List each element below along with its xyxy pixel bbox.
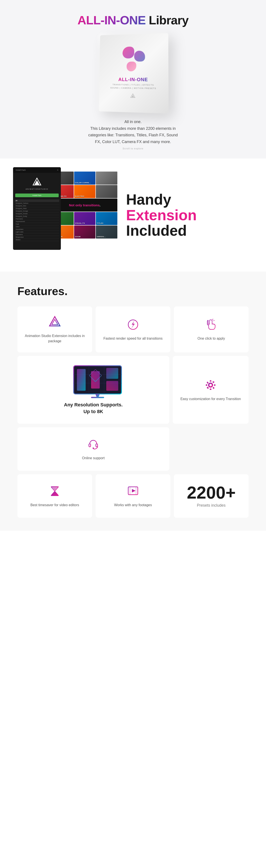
play-icon-wrapper — [126, 484, 140, 498]
product-box-graphic — [120, 46, 146, 72]
svg-rect-18 — [106, 381, 118, 391]
list-item-fade[interactable]: Fade — [15, 223, 59, 225]
one-click-label: One click to apply — [198, 336, 225, 341]
monitor-svg — [71, 365, 124, 398]
support-icon-wrapper — [86, 437, 100, 451]
install-button[interactable]: Install Pack — [15, 193, 59, 197]
sg-electric: ELECTRIC — [74, 185, 96, 198]
svg-marker-24 — [210, 389, 211, 390]
list-item-all[interactable]: All — [15, 199, 59, 202]
extension-preview: Install Pack ≡ ANIMATIONSTUDIO Install P… — [13, 167, 118, 263]
resolution-monitor — [71, 365, 115, 399]
features-row1: Animation Studio Extension includes in p… — [18, 306, 248, 352]
features-row3: Best timesaver for video editors — [18, 474, 248, 518]
list-item-handdrawn[interactable]: Handdrawn — [15, 228, 59, 231]
box-logo-icon — [130, 93, 135, 100]
headset-icon — [87, 438, 100, 451]
list-item-5[interactable]: Designed_Smoke — [15, 212, 59, 215]
list-item-1[interactable]: Designed_Cartoon — [15, 202, 59, 205]
presets-label: Presets includes — [197, 503, 226, 508]
svg-marker-30 — [212, 387, 214, 389]
svg-marker-27 — [207, 381, 209, 384]
list-item-4[interactable]: Designed_Grunge — [15, 210, 59, 212]
ext-logo-area: ANIMATIONSTUDIO — [13, 173, 61, 192]
box-subtitle: TRANSITIONS | TITLES | EFFECTS SOUND | C… — [110, 83, 156, 90]
svg-point-34 — [93, 447, 94, 449]
panel-header: Install Pack ≡ — [13, 167, 61, 173]
speed-icon — [127, 318, 139, 331]
extension-heading: Handy Extension Included — [126, 192, 253, 238]
feature-card-online-support: Online support — [18, 427, 169, 471]
resolution-label: Any Resolution Supports. Up to 8K — [64, 402, 123, 415]
svg-rect-16 — [91, 371, 100, 389]
svg-marker-23 — [210, 380, 211, 381]
timesaver-label: Best timesaver for video editors — [30, 502, 79, 508]
box-inner-title: ALL-IN-ONE — [118, 77, 148, 83]
sg-zoom: ZOOM — [74, 225, 96, 239]
list-item-responsive[interactable]: Responsive — [15, 236, 59, 239]
list-item-panorama[interactable]: Panorama — [15, 233, 59, 236]
hero-title: ALL-IN-ONE Library — [4, 13, 262, 27]
customization-icon-wrapper — [204, 378, 218, 392]
svg-marker-25 — [206, 384, 207, 386]
list-item-2[interactable]: Designed_Slice — [15, 205, 59, 207]
presets-number: 2200+ — [187, 484, 236, 501]
svg-rect-36 — [51, 495, 59, 496]
hourglass-icon — [48, 485, 61, 498]
svg-point-31 — [209, 383, 212, 386]
extension-section: Install Pack ≡ ANIMATIONSTUDIO Install P… — [0, 158, 266, 272]
product-box-container: ALL-IN-ONE TRANSITIONS | TITLES | EFFECT… — [4, 34, 262, 112]
feature-card-footages: Works with any footages — [96, 474, 170, 518]
svg-rect-15 — [77, 369, 86, 391]
list-item-glitch[interactable]: Glitch — [15, 225, 59, 228]
sg-color: COLOR CORRE... — [74, 172, 96, 185]
svg-rect-35 — [51, 487, 59, 487]
cursor-icon-wrapper — [204, 318, 218, 332]
svg-marker-26 — [214, 384, 215, 386]
sg-various: VARIOU... — [96, 225, 118, 239]
triangle-icon — [48, 315, 61, 329]
install-pack-label: Install Pack — [15, 169, 26, 171]
sg-empty1 — [96, 172, 118, 185]
list-item-lightleak[interactable]: Light Leaks — [15, 231, 59, 233]
play-icon — [127, 485, 139, 498]
blob1 — [123, 46, 134, 59]
product-box: ALL-IN-ONE TRANSITIONS | TITLES | EFFECT… — [99, 33, 169, 114]
sg-not-only: Not only transitions. — [52, 198, 118, 212]
extension-list: All Designed_Cartoon Designed_Slice Desi… — [13, 198, 61, 242]
animation-studio-label: Animation Studio Extension includes in p… — [24, 333, 86, 344]
panel-controls: ≡ — [57, 169, 58, 171]
extension-text: Handy Extension Included — [126, 192, 253, 238]
list-item-panoramic[interactable]: Panoramic — [15, 218, 59, 220]
features-row2b: Online support — [18, 427, 248, 471]
svg-marker-40 — [132, 489, 136, 493]
list-item-stretch[interactable]: Stretch — [15, 239, 59, 241]
customization-label: Easy customization for every Transition — [180, 396, 241, 402]
svg-marker-20 — [95, 394, 100, 397]
blob2 — [134, 51, 145, 62]
scroll-hint: Scroll to explore — [4, 147, 262, 150]
svg-marker-28 — [212, 381, 214, 383]
hero-title-plain: Library — [145, 13, 189, 27]
blob3 — [127, 62, 136, 71]
extension-panel: Install Pack ≡ ANIMATIONSTUDIO Install P… — [13, 167, 61, 250]
features-row2: Any Resolution Supports. Up to 8K — [18, 356, 248, 424]
gear-icon — [204, 378, 217, 392]
animation-studio-logo — [32, 177, 42, 187]
hourglass-icon-wrapper — [48, 484, 62, 498]
sg-titles: TITLES — [96, 212, 118, 225]
svg-rect-21 — [91, 397, 104, 398]
hero-title-gradient: ALL-IN-ONE — [77, 13, 146, 27]
online-support-label: Online support — [82, 456, 104, 461]
cursor-icon — [205, 318, 218, 331]
list-item-displacement[interactable]: Displacement — [15, 220, 59, 223]
sg-empty2 — [96, 185, 118, 198]
footages-label: Works with any footages — [114, 502, 152, 508]
screenshot-grid: FLAT COLOR CORRE... LIGHTNING FX ELECTRI… — [52, 172, 118, 252]
sg-visual: VISUAL FX — [74, 212, 96, 225]
feature-card-customization: Easy customization for every Transition — [173, 356, 248, 424]
hero-description: All in one. This Library includes more t… — [79, 119, 187, 145]
list-item-6[interactable]: Designed_Zooky — [15, 215, 59, 218]
feature-card-timesaver: Best timesaver for video editors — [18, 474, 92, 518]
list-item-3[interactable]: Designed_Slash — [15, 207, 59, 210]
